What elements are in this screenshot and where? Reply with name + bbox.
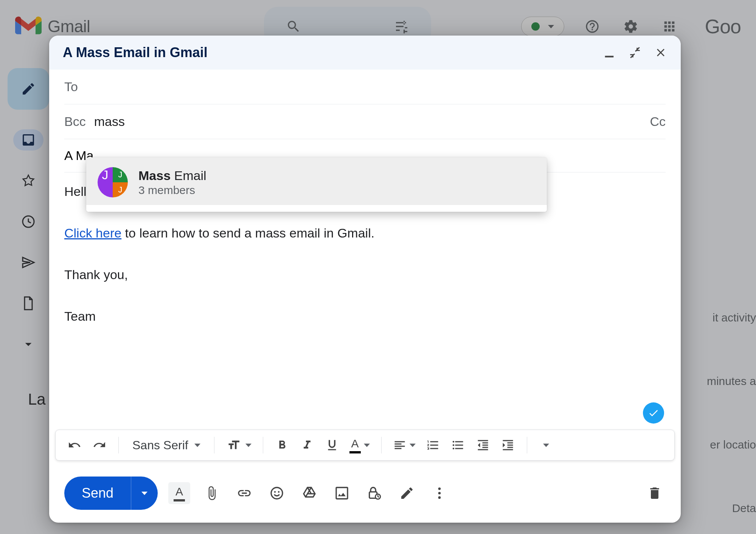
confidential-mode-button[interactable] bbox=[363, 482, 385, 504]
nav-starred[interactable] bbox=[13, 170, 43, 191]
bcc-field-row[interactable]: Bcc Cc bbox=[64, 104, 666, 139]
insert-drive-button[interactable] bbox=[298, 482, 320, 504]
compose-title: A Mass Email in Gmail bbox=[63, 45, 208, 61]
smile-icon bbox=[269, 486, 284, 501]
nav-more[interactable] bbox=[13, 334, 43, 355]
checkmark-icon bbox=[648, 407, 659, 419]
bulleted-list-button[interactable] bbox=[447, 435, 469, 456]
bg-activity-text: it activity minutes a er locatio Deta bbox=[707, 265, 756, 534]
compose-header: A Mass Email in Gmail bbox=[49, 36, 681, 70]
suggestion-text: Mass Email 3 members bbox=[138, 168, 206, 197]
suggestion-footer bbox=[86, 205, 547, 212]
contact-suggestion-dropdown: J J J Mass Email 3 members bbox=[86, 157, 547, 212]
chevron-down-icon bbox=[21, 337, 36, 352]
send-button-group: Send bbox=[64, 477, 158, 510]
svg-point-2 bbox=[271, 487, 283, 499]
more-formatting-button[interactable] bbox=[536, 435, 557, 456]
nav-sent[interactable] bbox=[13, 252, 43, 273]
svg-point-10 bbox=[438, 496, 441, 499]
bold-button[interactable] bbox=[272, 435, 293, 456]
body-link[interactable]: Click here bbox=[64, 226, 121, 240]
discard-draft-button[interactable] bbox=[644, 482, 666, 504]
chevron-down-icon bbox=[410, 444, 416, 447]
insert-signature-button[interactable] bbox=[396, 482, 418, 504]
font-family-picker[interactable]: Sans Serif bbox=[127, 438, 206, 452]
group-avatar-icon: J J J bbox=[98, 167, 128, 197]
svg-rect-5 bbox=[336, 487, 348, 499]
align-button[interactable] bbox=[390, 435, 419, 456]
to-field-row[interactable]: To bbox=[64, 70, 666, 104]
more-vert-icon bbox=[432, 486, 447, 501]
search-icon[interactable] bbox=[283, 16, 304, 37]
pencil-icon bbox=[21, 81, 36, 96]
file-icon bbox=[21, 296, 36, 311]
nav-inbox[interactable] bbox=[13, 129, 43, 151]
undo-button[interactable] bbox=[64, 435, 85, 456]
font-size-picker[interactable] bbox=[223, 435, 255, 456]
format-toolbar: Sans Serif A bbox=[55, 430, 675, 461]
pen-icon bbox=[399, 486, 414, 501]
close-icon[interactable] bbox=[654, 46, 667, 59]
insert-photo-button[interactable] bbox=[331, 482, 353, 504]
svg-point-9 bbox=[438, 492, 441, 495]
trash-icon bbox=[647, 486, 662, 501]
compose-bottom-bar: Send A bbox=[49, 467, 681, 523]
chevron-down-icon bbox=[364, 444, 370, 447]
help-icon[interactable] bbox=[582, 16, 603, 37]
grammar-check-badge[interactable] bbox=[643, 402, 664, 424]
to-label: To bbox=[64, 79, 78, 94]
fullscreen-exit-icon[interactable] bbox=[629, 46, 641, 59]
gmail-logo: Gmail bbox=[15, 16, 90, 37]
text-color-button[interactable]: A bbox=[346, 435, 373, 456]
redo-button[interactable] bbox=[89, 435, 110, 456]
more-options-button[interactable] bbox=[428, 482, 450, 504]
body-closing: Thank you, bbox=[64, 267, 128, 282]
chevron-down-icon bbox=[194, 444, 200, 447]
indent-more-button[interactable] bbox=[497, 435, 518, 456]
send-icon bbox=[21, 255, 36, 270]
lock-clock-icon bbox=[367, 486, 382, 501]
link-icon bbox=[237, 486, 252, 501]
image-icon bbox=[334, 486, 349, 501]
send-button[interactable]: Send bbox=[64, 477, 131, 510]
gmail-m-icon bbox=[15, 16, 42, 37]
svg-point-3 bbox=[274, 491, 276, 493]
svg-rect-1 bbox=[605, 56, 614, 57]
to-input[interactable] bbox=[86, 79, 666, 94]
send-options-button[interactable] bbox=[131, 477, 158, 510]
insert-link-button[interactable] bbox=[233, 482, 255, 504]
numbered-list-button[interactable] bbox=[422, 435, 444, 456]
star-icon bbox=[21, 173, 36, 188]
formatting-toggle-button[interactable]: A bbox=[168, 482, 190, 504]
body-signature: Team bbox=[64, 309, 96, 323]
contact-suggestion-item[interactable]: J J J Mass Email 3 members bbox=[86, 157, 547, 205]
drive-icon bbox=[302, 486, 317, 501]
bcc-label: Bcc bbox=[64, 114, 86, 129]
nav-snoozed[interactable] bbox=[13, 211, 43, 232]
clock-icon bbox=[21, 214, 36, 229]
attach-file-button[interactable] bbox=[201, 482, 223, 504]
minimize-icon[interactable] bbox=[603, 46, 616, 59]
status-chip[interactable] bbox=[521, 17, 564, 36]
compose-window: A Mass Email in Gmail To Bcc Cc H bbox=[49, 36, 681, 523]
insert-emoji-button[interactable] bbox=[266, 482, 288, 504]
apps-grid-icon[interactable] bbox=[659, 16, 680, 37]
suggestion-subtitle: 3 members bbox=[138, 184, 206, 197]
indent-less-button[interactable] bbox=[472, 435, 494, 456]
italic-button[interactable] bbox=[297, 435, 318, 456]
left-nav bbox=[0, 57, 57, 355]
compose-button[interactable] bbox=[8, 68, 49, 110]
nav-drafts[interactable] bbox=[13, 293, 43, 314]
tune-icon[interactable] bbox=[391, 16, 412, 37]
body-link-followup: to learn how to send a mass email in Gma… bbox=[121, 226, 374, 240]
account-text-truncated: Goo bbox=[705, 15, 741, 38]
cc-toggle[interactable]: Cc bbox=[650, 114, 666, 129]
inbox-icon bbox=[21, 132, 36, 147]
chevron-down-icon bbox=[548, 25, 554, 28]
settings-gear-icon[interactable] bbox=[620, 16, 641, 37]
gmail-wordmark: Gmail bbox=[48, 17, 90, 36]
svg-point-8 bbox=[438, 487, 441, 490]
underline-button[interactable] bbox=[321, 435, 343, 456]
bcc-input[interactable] bbox=[94, 114, 642, 129]
topbar-right-controls: Goo bbox=[521, 15, 741, 38]
